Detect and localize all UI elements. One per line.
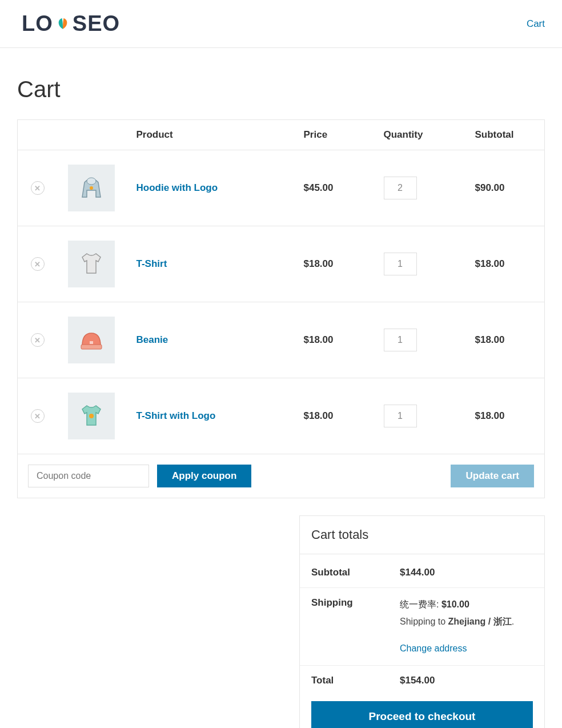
svg-point-1 [90, 186, 93, 190]
shipping-suffix: . [512, 617, 514, 626]
table-row: ✕Hoodie with Logo$45.00$90.00 [18, 150, 545, 226]
table-row: ✕T-Shirt$18.00$18.00 [18, 226, 545, 302]
update-cart-button[interactable]: Update cart [451, 465, 534, 487]
col-header-price: Price [294, 120, 374, 150]
svg-point-0 [87, 178, 96, 185]
product-price: $18.00 [294, 302, 374, 378]
product-name-link[interactable]: Hoodie with Logo [137, 182, 218, 193]
remove-item-button[interactable]: ✕ [31, 257, 45, 271]
col-header-subtotal: Subtotal [465, 120, 545, 150]
site-logo[interactable]: LO SEO [22, 11, 120, 36]
remove-item-button[interactable]: ✕ [31, 409, 45, 423]
shipping-rate-price: $10.00 [441, 599, 469, 609]
total-value: $154.00 [388, 665, 544, 695]
logo-text-pre: LO [22, 11, 53, 36]
product-subtotal: $90.00 [465, 150, 545, 226]
proceed-to-checkout-button[interactable]: Proceed to checkout [311, 701, 533, 728]
remove-item-button[interactable]: ✕ [31, 333, 45, 347]
product-name-link[interactable]: Beanie [137, 334, 168, 345]
nav-cart-link[interactable]: Cart [527, 18, 545, 30]
cart-table: Product Price Quantity Subtotal ✕Hoodie … [17, 119, 545, 498]
product-thumbnail[interactable] [68, 241, 115, 287]
col-header-quantity: Quantity [374, 120, 465, 150]
product-subtotal: $18.00 [465, 378, 545, 454]
shipping-label: Shipping [300, 588, 388, 666]
product-thumbnail[interactable] [68, 165, 115, 211]
subtotal-value: $144.00 [388, 558, 544, 588]
col-header-product: Product [126, 120, 294, 150]
quantity-input[interactable] [384, 253, 417, 275]
cart-totals-panel: Cart totals Subtotal $144.00 Shipping 统一… [299, 515, 545, 728]
change-address-link[interactable]: Change address [400, 641, 467, 656]
product-name-link[interactable]: T-Shirt [137, 258, 167, 269]
coupon-input[interactable] [28, 465, 149, 487]
shipping-region: Zhejiang / 浙江 [448, 617, 512, 626]
cart-totals-heading: Cart totals [300, 516, 544, 554]
product-price: $45.00 [294, 150, 374, 226]
product-subtotal: $18.00 [465, 226, 545, 302]
svg-rect-3 [90, 341, 93, 344]
quantity-input[interactable] [384, 177, 417, 199]
product-subtotal: $18.00 [465, 302, 545, 378]
shipping-info: 统一费率: $10.00 Shipping to Zhejiang / 浙江. … [400, 597, 533, 656]
product-name-link[interactable]: T-Shirt with Logo [137, 410, 216, 421]
apply-coupon-button[interactable]: Apply coupon [157, 465, 251, 487]
quantity-input[interactable] [384, 405, 417, 427]
quantity-input[interactable] [384, 329, 417, 351]
subtotal-label: Subtotal [300, 558, 388, 588]
page-title: Cart [17, 77, 545, 102]
product-thumbnail[interactable] [68, 317, 115, 363]
total-label: Total [300, 665, 388, 695]
table-row: ✕Beanie$18.00$18.00 [18, 302, 545, 378]
product-price: $18.00 [294, 226, 374, 302]
shipping-to-prefix: Shipping to [400, 617, 448, 626]
logo-leaf-icon [54, 15, 72, 33]
product-price: $18.00 [294, 378, 374, 454]
svg-rect-2 [81, 345, 102, 349]
product-thumbnail[interactable] [68, 393, 115, 439]
remove-item-button[interactable]: ✕ [31, 181, 45, 195]
table-row: ✕T-Shirt with Logo$18.00$18.00 [18, 378, 545, 454]
logo-text-post: SEO [73, 11, 120, 36]
shipping-rate-label: 统一费率: [400, 599, 441, 609]
svg-point-4 [89, 414, 94, 418]
